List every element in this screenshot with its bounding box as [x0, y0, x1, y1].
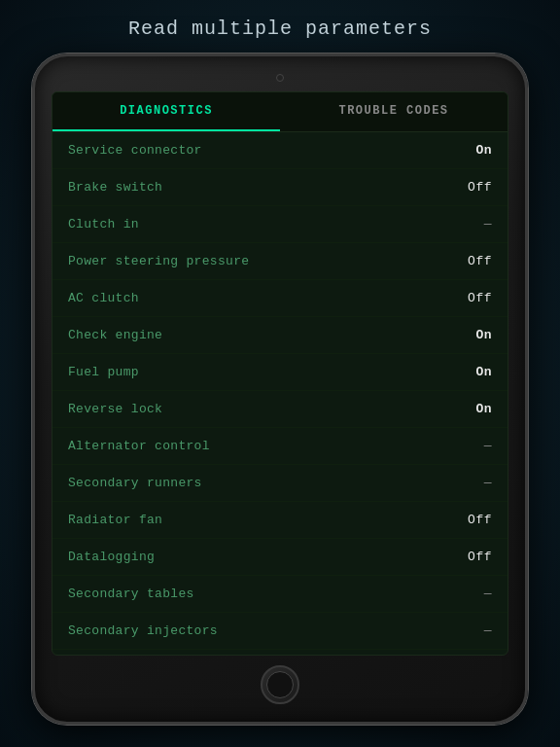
param-value: —: [463, 587, 492, 601]
param-value: —: [463, 439, 492, 453]
tablet-frame: DIAGNOSTICS TROUBLE CODES Service connec…: [32, 53, 528, 725]
param-value: Off: [463, 291, 492, 305]
param-list: Service connectorOnBrake switchOffClutch…: [52, 132, 508, 655]
param-row: Rev limiter—: [52, 650, 508, 655]
param-name: Fuel pump: [68, 365, 139, 379]
page-title: Read multiple parameters: [128, 18, 432, 40]
param-name: Reverse lock: [68, 402, 162, 416]
param-value: Off: [463, 254, 492, 268]
param-value: —: [463, 217, 492, 231]
param-name: Datalogging: [68, 550, 155, 564]
param-name: Secondary runners: [68, 476, 202, 490]
param-value: On: [463, 328, 492, 342]
param-name: Secondary injectors: [68, 623, 218, 638]
param-row: Check engineOn: [52, 317, 508, 354]
home-button-inner: [266, 671, 294, 698]
param-name: Check engine: [68, 328, 162, 342]
param-value: —: [463, 623, 492, 638]
param-row: Service connectorOn: [52, 132, 508, 169]
param-row: Alternator control—: [52, 428, 508, 465]
param-value: —: [463, 476, 492, 490]
tab-trouble-codes[interactable]: TROUBLE CODES: [280, 92, 508, 131]
param-name: Service connector: [68, 143, 202, 158]
param-value: On: [463, 365, 492, 379]
param-row: Secondary runners—: [52, 465, 508, 502]
param-name: AC clutch: [68, 291, 139, 305]
param-name: Radiator fan: [68, 513, 162, 527]
param-value: On: [463, 402, 492, 416]
param-value: Off: [463, 180, 492, 195]
param-value: On: [463, 143, 492, 158]
tab-bar: DIAGNOSTICS TROUBLE CODES: [52, 92, 508, 132]
param-row: Clutch in—: [52, 206, 508, 243]
param-row: Brake switchOff: [52, 169, 508, 206]
screen: DIAGNOSTICS TROUBLE CODES Service connec…: [52, 91, 508, 656]
param-name: Power steering pressure: [68, 254, 249, 268]
param-row: Fuel pumpOn: [52, 354, 508, 391]
param-name: Secondary tables: [68, 587, 194, 601]
param-row: AC clutchOff: [52, 280, 508, 317]
tab-diagnostics[interactable]: DIAGNOSTICS: [52, 92, 280, 131]
param-name: Alternator control: [68, 439, 210, 453]
param-row: DataloggingOff: [52, 539, 508, 576]
param-row: Secondary tables—: [52, 576, 508, 613]
param-row: Secondary injectors—: [52, 613, 508, 650]
home-button[interactable]: [261, 665, 299, 704]
camera-dot: [276, 74, 284, 82]
param-value: Off: [463, 513, 492, 527]
param-row: Radiator fanOff: [52, 502, 508, 539]
param-name: Clutch in: [68, 217, 139, 231]
param-row: Reverse lockOn: [52, 391, 508, 428]
param-name: Brake switch: [68, 180, 162, 195]
param-row: Power steering pressureOff: [52, 243, 508, 280]
param-value: Off: [463, 550, 492, 564]
